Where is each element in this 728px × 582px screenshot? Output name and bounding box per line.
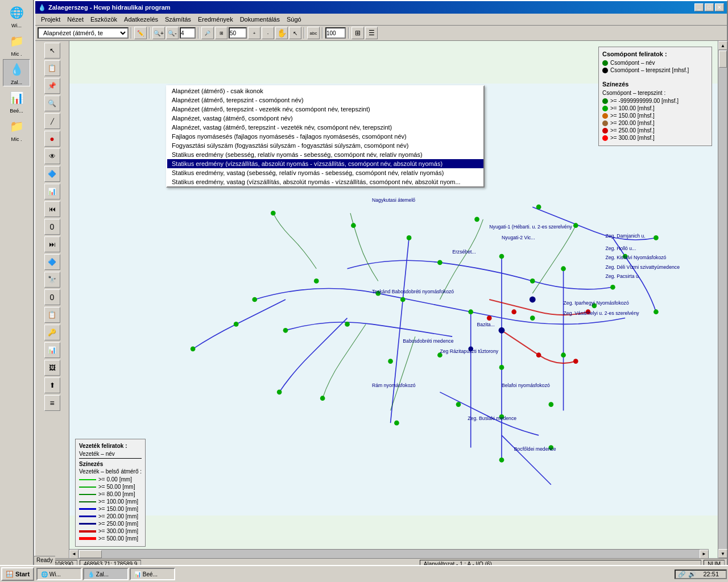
arrow-button[interactable]: ↖ bbox=[289, 27, 301, 39]
scroll-left-button[interactable]: ◄ bbox=[69, 550, 78, 559]
sidebar-btn-prev[interactable]: ⏮ bbox=[44, 201, 60, 217]
legend-right-panel: Csomópont feliratok : Csomópont – név Cs… bbox=[598, 47, 712, 146]
menu-eszkozok[interactable]: Eszközök bbox=[87, 15, 121, 24]
value-100-input[interactable] bbox=[325, 27, 346, 39]
hydraulic-icon: 💧 bbox=[7, 60, 26, 78]
app-icon-bee[interactable]: 📊 Beé... bbox=[3, 88, 30, 115]
dropdown-item-5[interactable]: Alapnézet, vastag (átmérő, terepszint - … bbox=[167, 123, 483, 132]
legend-range-4: >= 200.00 [mhsf.] bbox=[602, 120, 708, 126]
h-scrollbar[interactable]: ◄ ► bbox=[69, 549, 709, 558]
dropdown-item-2[interactable]: Alapnézet (átmérő, terepszint - csomópon… bbox=[167, 95, 483, 105]
abc-button[interactable]: abc bbox=[307, 27, 320, 39]
svg-text:Belafoi nyomásfokozó: Belafoi nyomásfokozó bbox=[502, 383, 550, 388]
scroll-up-button[interactable]: ▲ bbox=[718, 41, 727, 50]
zoom-region-button[interactable]: 🔎 bbox=[201, 27, 214, 39]
pencil-button[interactable]: ✏️ bbox=[134, 27, 147, 39]
close-button[interactable]: ✕ bbox=[715, 3, 724, 11]
v-scrollbar-track[interactable] bbox=[718, 50, 727, 549]
map-area[interactable]: Nagykutasi átemelő Nyugati-1 (Hébarti. u… bbox=[69, 41, 718, 558]
sidebar-btn-select[interactable]: 📋 bbox=[44, 60, 60, 76]
svg-text:Rám nyomásfokozó: Rám nyomásfokozó bbox=[372, 383, 416, 388]
svg-point-13 bbox=[400, 297, 406, 302]
sidebar-btn-node[interactable]: ● bbox=[44, 131, 60, 147]
dropdown-item-11[interactable]: Statikus eredmény, vastag (vízszállítás,… bbox=[167, 177, 483, 186]
sidebar-btn-diamond[interactable]: 🔷 bbox=[44, 254, 60, 270]
menu-nezet[interactable]: Nézet bbox=[64, 15, 87, 24]
dropdown-item-8[interactable]: Statikus eredmény (sebesség, relatív nyo… bbox=[167, 150, 483, 159]
sidebar-btn-eye[interactable]: 👁 bbox=[44, 148, 60, 164]
sidebar-btn-lines[interactable]: ≡ bbox=[44, 395, 60, 411]
svg-text:Teskánd Babosdobréti nyomásfok: Teskánd Babosdobréti nyomásfokozó bbox=[372, 289, 454, 294]
menu-projekt[interactable]: Projekt bbox=[38, 15, 64, 24]
zoom-out-button[interactable]: 🔍- bbox=[166, 27, 179, 39]
sidebar-btn-bars[interactable]: 📊 bbox=[44, 342, 60, 358]
pipe-line-1 bbox=[79, 479, 96, 480]
dropdown-item-3[interactable]: Alapnézet (átmérő, terepszint - vezeték … bbox=[167, 105, 483, 114]
pipe-range-label-8: >= 300.00 [mm] bbox=[98, 528, 138, 534]
zoom-in-button[interactable]: 🔍+ bbox=[152, 27, 165, 39]
sidebar-btn-table[interactable]: 📋 bbox=[44, 307, 60, 323]
view-dropdown[interactable]: Alapnézet (átmérő, te bbox=[38, 27, 129, 39]
app-icon-mic2[interactable]: 📁 Mic . bbox=[3, 116, 30, 143]
menu-szamitas[interactable]: Számítás bbox=[162, 15, 195, 24]
scrollbar-track[interactable] bbox=[78, 550, 700, 559]
sidebar-btn-cursor[interactable]: ↖ bbox=[44, 43, 60, 59]
scroll-right-button[interactable]: ► bbox=[700, 550, 709, 559]
folder-icon-2: 📁 bbox=[7, 117, 26, 135]
sidebar-btn-image[interactable]: 🖼 bbox=[44, 360, 60, 376]
sidebar-btn-next[interactable]: ⏭ bbox=[44, 236, 60, 252]
app-icon-internet[interactable]: 🌐 Wi... bbox=[3, 2, 30, 30]
menu-eredmenyek[interactable]: Eredmények bbox=[195, 15, 237, 24]
sidebar-btn-up[interactable]: ⬆ bbox=[44, 377, 60, 393]
pipe-range-3: >= 80.00 [mm] bbox=[79, 491, 142, 497]
menu-dokumentalas[interactable]: Dokumentálás bbox=[237, 15, 283, 24]
list-button[interactable]: ☰ bbox=[365, 27, 378, 39]
separator-4 bbox=[304, 27, 305, 39]
dropdown-item-6[interactable]: Fajlagos nyomásesés (fajlagos nyomásesés… bbox=[167, 132, 483, 141]
menu-adatkezeles[interactable]: Adatkezelés bbox=[121, 15, 162, 24]
zoom-value-input[interactable] bbox=[180, 27, 196, 39]
svg-point-37 bbox=[653, 309, 659, 314]
sidebar-btn-zoom[interactable]: 🔭 bbox=[44, 272, 60, 288]
svg-point-41 bbox=[573, 359, 578, 364]
v-scrollbar[interactable]: ▲ ▼ bbox=[718, 41, 727, 558]
legend-range-1: >= -9999999999.00 [mhsf.] bbox=[602, 98, 708, 104]
sidebar-btn-pin[interactable]: 📌 bbox=[44, 78, 60, 94]
v-scrollbar-thumb[interactable] bbox=[719, 51, 727, 68]
scrollbar-thumb[interactable] bbox=[79, 550, 102, 558]
dropdown-item-4[interactable]: Alapnézet, vastag (átmérő, csomópont név… bbox=[167, 114, 483, 123]
taskbar-item-internet[interactable]: 🌐 Wi... bbox=[36, 568, 82, 580]
app-icon-zal[interactable]: 💧 Zal... bbox=[3, 59, 30, 86]
zoom-fit-button[interactable]: ⊞ bbox=[215, 27, 228, 39]
dropdown-item-1[interactable]: Alapnézet (átmérő) - csak ikonok bbox=[167, 86, 483, 95]
svg-point-12 bbox=[345, 322, 350, 327]
app-icon-mic1[interactable]: 📁 Mic . bbox=[3, 31, 30, 58]
minimize-button[interactable]: _ bbox=[694, 3, 704, 11]
taskbar-item-zal[interactable]: 💧 Zal... bbox=[83, 568, 129, 580]
svg-point-33 bbox=[573, 223, 578, 228]
sidebar-btn-zero2[interactable]: 0 bbox=[44, 289, 60, 305]
dropdown-item-10[interactable]: Statikus eredmény, vastag (sebesség, rel… bbox=[167, 168, 483, 177]
dropdown-item-7[interactable]: Fogyasztási súlyszám (fogyasztási súlysz… bbox=[167, 141, 483, 150]
svg-point-14 bbox=[468, 309, 473, 314]
svg-point-19 bbox=[499, 365, 504, 370]
sidebar-btn-zero[interactable]: 0 bbox=[44, 219, 60, 235]
start-button[interactable]: 🪟 Start bbox=[1, 567, 34, 581]
grid-button[interactable]: ⊞ bbox=[351, 27, 364, 39]
sidebar-btn-key[interactable]: 🔑 bbox=[44, 325, 60, 340]
menu-sugo[interactable]: Súgó bbox=[283, 15, 305, 24]
sidebar-btn-chart[interactable]: 📊 bbox=[44, 184, 60, 199]
svg-text:Nyugati-2 Vic...: Nyugati-2 Vic... bbox=[502, 235, 535, 240]
taskbar-item-bee[interactable]: 📊 Beé... bbox=[130, 568, 175, 580]
sidebar-btn-search[interactable]: 🔍 bbox=[44, 95, 60, 111]
scroll-down-button[interactable]: ▼ bbox=[718, 549, 727, 558]
zoom-out2-button[interactable]: - bbox=[262, 27, 274, 39]
pipe-range-label-9: >= 500.00 [mm] bbox=[98, 535, 138, 542]
dropdown-item-9[interactable]: Statikus eredmény (vízszállítás, abszolú… bbox=[167, 159, 483, 168]
sidebar-btn-pipe[interactable]: ╱ bbox=[44, 113, 60, 129]
hand-button[interactable]: ✋ bbox=[275, 27, 288, 39]
sidebar-btn-layers[interactable]: 🔷 bbox=[44, 166, 60, 182]
maximize-button[interactable]: □ bbox=[705, 3, 714, 11]
zoom-in2-button[interactable]: + bbox=[248, 27, 260, 39]
zoom-percent-input[interactable] bbox=[229, 27, 247, 39]
